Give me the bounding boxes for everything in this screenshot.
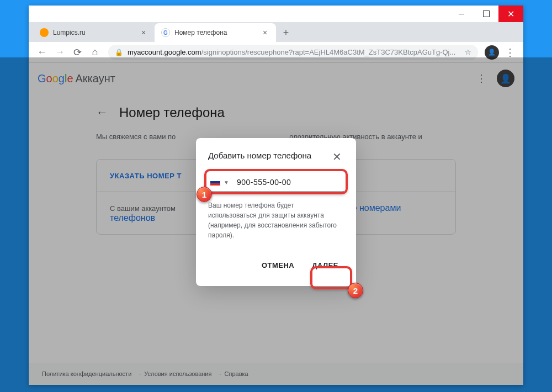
new-tab-button[interactable]: +	[278, 25, 294, 40]
modal-description: Ваш номер телефона будет использоваться …	[208, 200, 344, 240]
window-titlebar: ✕	[29, 6, 523, 22]
phone-input[interactable]: ▼ 900-555-00-00	[208, 173, 344, 192]
modal-close-button[interactable]: ✕	[330, 150, 344, 163]
tab-strip: Lumpics.ru × G Номер телефона × +	[29, 22, 523, 42]
modal-title: Добавить номер телефона	[208, 150, 330, 161]
tab-title: Номер телефона	[174, 29, 261, 36]
tab-lumpics[interactable]: Lumpics.ru ×	[33, 23, 155, 42]
google-favicon-icon: G	[161, 28, 170, 37]
add-phone-modal: Добавить номер телефона ✕ ▼ 900-555-00-0…	[196, 138, 356, 286]
cancel-button[interactable]: ОТМЕНА	[256, 257, 300, 274]
russia-flag-icon	[210, 179, 220, 186]
window-maximize-button[interactable]	[474, 6, 498, 22]
url-path: /signinoptions/rescuephone?rapt=AEjHL4M6…	[201, 48, 456, 56]
next-button[interactable]: ДАЛЕЕ	[306, 257, 344, 274]
tab-phone[interactable]: G Номер телефона ×	[155, 23, 276, 42]
bookmark-star-icon[interactable]: ☆	[465, 48, 471, 56]
window-close-button[interactable]: ✕	[498, 6, 523, 22]
tab-title: Lumpics.ru	[53, 29, 139, 36]
phone-value: 900-555-00-00	[237, 178, 291, 187]
tab-close-icon[interactable]: ×	[139, 28, 148, 37]
lumpics-favicon-icon	[40, 28, 49, 37]
annotation-badge-1: 1	[197, 187, 212, 202]
country-dropdown-icon[interactable]: ▼	[224, 179, 229, 186]
tab-close-icon[interactable]: ×	[261, 28, 269, 37]
url-domain: myaccount.google.com	[128, 48, 201, 56]
window-minimize-button[interactable]	[449, 6, 474, 22]
lock-icon: 🔒	[115, 49, 123, 56]
annotation-badge-2: 2	[348, 283, 363, 298]
